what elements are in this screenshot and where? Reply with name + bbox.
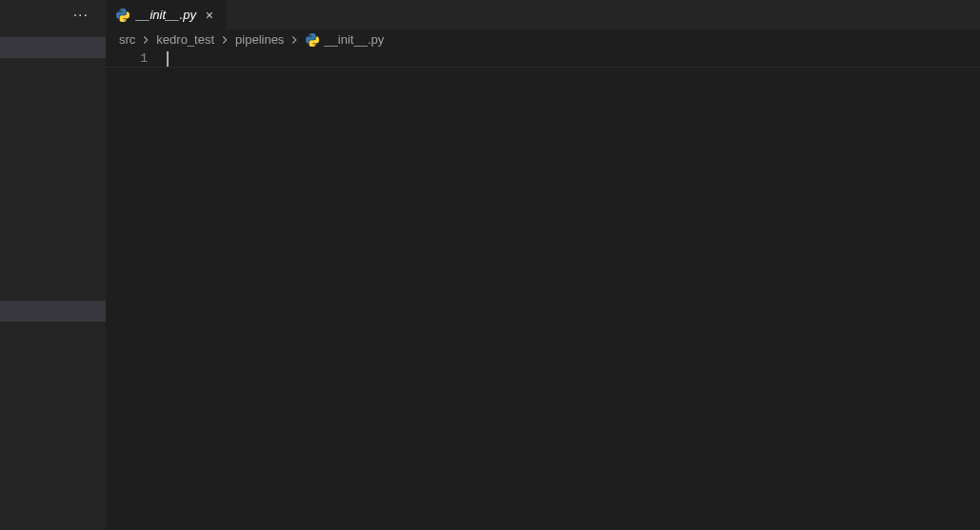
python-icon — [115, 8, 130, 23]
code-content[interactable] — [167, 50, 980, 530]
close-icon[interactable]: × — [202, 8, 217, 23]
breadcrumb-item[interactable]: src — [119, 32, 135, 47]
text-cursor — [167, 51, 169, 67]
chevron-right-icon — [218, 33, 231, 47]
python-icon — [305, 32, 320, 48]
sidebar-toolbar: ··· — [0, 0, 106, 29]
app-root: ··· __init__.py × src — [0, 0, 980, 530]
breadcrumb-item[interactable]: kedro_test — [156, 32, 214, 47]
explorer-sidebar: ··· — [0, 0, 106, 530]
sidebar-section-header[interactable] — [0, 37, 106, 58]
breadcrumb-item[interactable]: __init__.py — [305, 32, 384, 48]
tab-label: __init__.py — [136, 8, 196, 22]
more-actions-button[interactable]: ··· — [70, 6, 92, 25]
tab-init-py[interactable]: __init__.py × — [106, 0, 228, 29]
breadcrumb-item[interactable]: pipelines — [235, 32, 284, 47]
sidebar-section-header[interactable] — [0, 301, 106, 322]
breadcrumb-file-label: __init__.py — [324, 32, 384, 47]
line-number: 1 — [106, 50, 148, 68]
chevron-right-icon — [139, 33, 152, 47]
editor-main: __init__.py × src kedro_test pipelines — [106, 0, 980, 530]
tab-bar: __init__.py × — [106, 0, 980, 29]
chevron-right-icon — [288, 33, 301, 47]
code-editor[interactable]: 1 — [106, 50, 980, 530]
line-number-gutter: 1 — [106, 50, 167, 530]
breadcrumb: src kedro_test pipelines __init__.py — [106, 29, 980, 50]
